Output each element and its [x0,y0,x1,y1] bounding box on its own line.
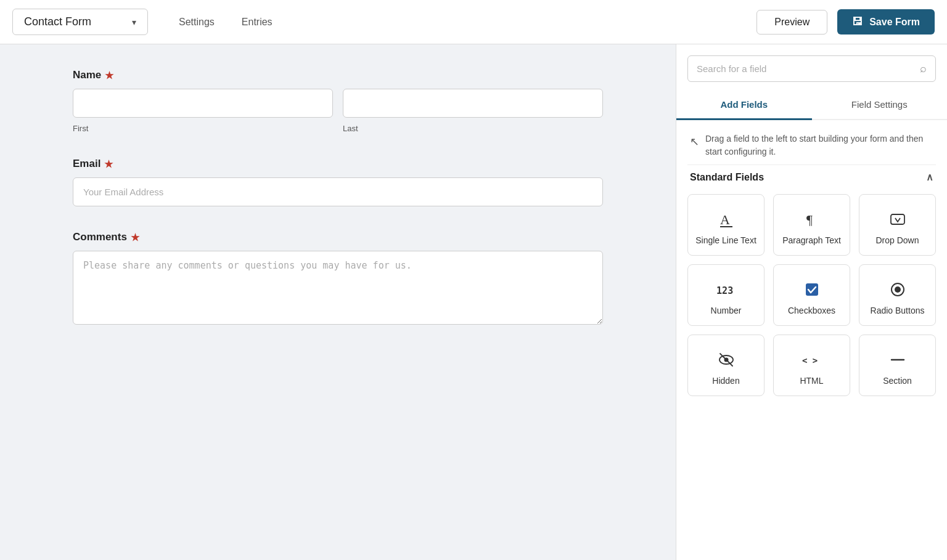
field-card-drop-down[interactable]: Drop Down [859,194,936,256]
field-card-label-checkboxes: Checkboxes [788,306,835,315]
nav-entries[interactable]: Entries [228,9,286,35]
svg-text:A: A [720,212,730,227]
svg-text:123: 123 [716,285,733,296]
field-card-radio-buttons[interactable]: Radio Buttons [859,264,936,326]
field-label-email: Email ★ [73,158,603,170]
field-group-email: Email ★ [73,158,603,206]
svg-point-7 [895,286,901,293]
html-icon: < > [802,350,822,370]
paragraph-text-icon: ¶ [802,209,822,229]
drag-hint: ↖ Drag a field to the left to start buil… [676,120,947,164]
top-nav: Settings Entries [165,9,286,35]
required-star-comments: ★ [131,232,139,243]
fields-grid: A Single Line Text ¶ Paragraph Text Drop… [687,194,936,396]
section-header: Standard Fields ∧ [687,165,936,194]
field-label-name: Name ★ [73,69,603,81]
cursor-icon: ↖ [690,134,699,150]
search-bar-wrap: ⌕ [676,44,947,82]
checkboxes-icon [802,280,822,299]
chevron-down-icon: ▾ [132,17,136,27]
tab-add-fields[interactable]: Add Fields [676,91,812,120]
last-name-input[interactable] [343,89,603,118]
comments-textarea[interactable] [73,251,603,325]
fields-section: Standard Fields ∧ A Single Line Text ¶ P… [676,165,947,408]
name-first-field: First [73,89,333,133]
form-title-label: Contact Form [24,15,91,28]
field-card-html[interactable]: < > HTML [773,335,850,396]
search-icon: ⌕ [920,62,927,75]
form-area: Name ★ First Last Email [0,44,676,560]
field-card-number[interactable]: 123 Number [687,264,765,326]
panel-tabs: Add Fields Field Settings [676,91,947,120]
topbar-actions: Preview 🖫 Save Form [756,9,935,34]
label-text-email: Email [73,158,100,170]
label-text-comments: Comments [73,231,127,243]
svg-text:< >: < > [802,355,818,365]
single-line-text-icon: A [716,209,736,229]
field-card-label-number: Number [711,306,742,315]
section-icon [888,350,908,370]
required-star-name: ★ [105,70,113,81]
first-name-input[interactable] [73,89,333,118]
form-title-dropdown[interactable]: Contact Form ▾ [12,9,148,35]
save-button[interactable]: 🖫 Save Form [837,9,935,34]
main-layout: Name ★ First Last Email [0,44,947,560]
radio-buttons-icon [888,280,908,299]
first-sublabel: First [73,124,333,133]
field-card-single-line-text[interactable]: A Single Line Text [687,194,765,256]
drag-hint-text: Drag a field to the left to start buildi… [705,132,933,158]
right-panel: ⌕ Add Fields Field Settings ↖ Drag a fie… [676,44,947,560]
field-card-label-hidden: Hidden [712,376,739,386]
save-icon: 🖫 [852,15,863,28]
field-card-label-radio-buttons: Radio Buttons [871,306,925,315]
label-text-name: Name [73,69,101,81]
field-group-name: Name ★ First Last [73,69,603,133]
field-card-section[interactable]: Section [859,335,936,396]
nav-settings[interactable]: Settings [165,9,228,35]
field-card-paragraph-text[interactable]: ¶ Paragraph Text [773,194,850,256]
hidden-icon [716,350,736,370]
field-card-label-single-line-text: Single Line Text [695,235,756,245]
svg-text:¶: ¶ [806,212,813,227]
number-icon: 123 [716,280,736,299]
field-card-label-drop-down: Drop Down [875,235,919,245]
name-last-field: Last [343,89,603,133]
field-card-label-paragraph-text: Paragraph Text [782,235,841,245]
required-star-email: ★ [104,158,113,170]
field-card-hidden[interactable]: Hidden [687,335,765,396]
standard-fields-label: Standard Fields [690,172,764,183]
save-label: Save Form [869,17,920,28]
email-input[interactable] [73,177,603,206]
last-sublabel: Last [343,124,603,133]
field-card-label-html: HTML [800,376,823,386]
search-bar: ⌕ [687,55,936,82]
field-card-label-section: Section [883,376,912,386]
topbar: Contact Form ▾ Settings Entries Preview … [0,0,947,44]
name-fields: First Last [73,89,603,133]
section-collapse-icon[interactable]: ∧ [926,171,933,183]
tab-field-settings[interactable]: Field Settings [812,91,948,120]
field-card-checkboxes[interactable]: Checkboxes [773,264,850,326]
field-group-comments: Comments ★ [73,231,603,327]
search-input[interactable] [697,63,915,74]
drop-down-icon [888,209,908,229]
form-canvas: Name ★ First Last Email [73,69,603,327]
preview-button[interactable]: Preview [756,10,827,34]
field-label-comments: Comments ★ [73,231,603,243]
